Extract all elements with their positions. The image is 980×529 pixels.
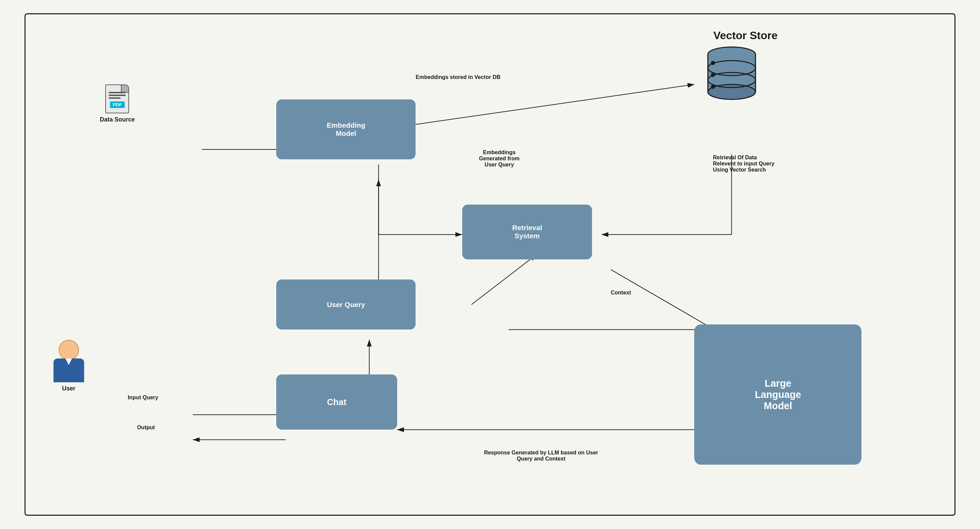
embeddings-stored-label: Embeddings stored in Vector DB: [415, 74, 676, 80]
svg-point-26: [711, 85, 715, 89]
svg-point-19: [708, 84, 756, 99]
embedding-model-node: Embedding Model: [276, 99, 415, 159]
diagram-container: Vector Store PDF: [24, 13, 956, 516]
chat-label: Chat: [327, 397, 347, 407]
user-query-label: User Query: [327, 300, 365, 309]
data-source-label: Data Source: [100, 116, 135, 123]
llm-label: Large Language Model: [755, 378, 801, 411]
retrieval-system-node: Retrieval System: [462, 205, 592, 260]
context-label: Context: [611, 290, 631, 296]
llm-node: Large Language Model: [694, 324, 861, 465]
user-query-node: User Query: [276, 280, 415, 329]
user-head: [59, 340, 79, 360]
vector-store-icon: [657, 44, 806, 102]
user-label: User: [62, 385, 75, 392]
data-source-icon: PDF Data Source: [100, 84, 135, 123]
svg-point-25: [711, 73, 715, 77]
user-body: [54, 359, 84, 382]
retrieval-data-label: Retrieval Of Data Relevent to input Quer…: [713, 154, 899, 173]
retrieval-system-label: Retrieval System: [512, 224, 542, 240]
input-query-label: Input Query: [128, 394, 158, 401]
embeddings-generated-label: Embeddings Generated from User Query: [415, 149, 583, 168]
vector-store-title: Vector Store: [630, 29, 862, 42]
embedding-model-label: Embedding Model: [327, 121, 365, 138]
chat-node: Chat: [276, 375, 397, 430]
user-figure: User: [54, 340, 84, 392]
svg-point-24: [711, 61, 715, 65]
svg-line-9: [471, 255, 536, 305]
response-generated-label: Response Generated by LLM based on User …: [379, 450, 703, 462]
user-collar: [65, 359, 72, 365]
svg-line-3: [415, 84, 694, 125]
output-label: Output: [137, 424, 155, 431]
